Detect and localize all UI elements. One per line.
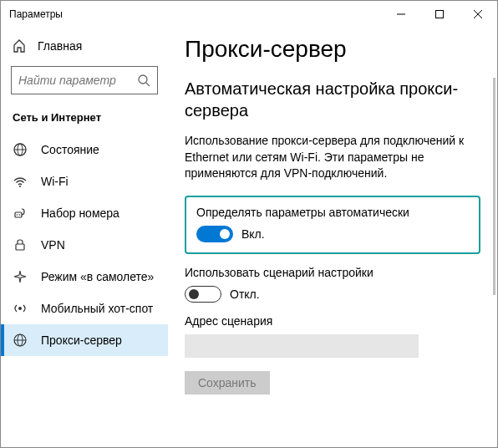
page-title: Прокси-сервер [185, 36, 480, 63]
search-icon [137, 74, 150, 87]
airplane-icon [13, 269, 28, 284]
status-icon [13, 142, 28, 157]
sidebar: Главная Сеть и Интернет Состояние [1, 28, 168, 447]
svg-rect-10 [15, 212, 22, 217]
sidebar-section-title: Сеть и Интернет [1, 104, 168, 134]
vpn-icon [13, 237, 28, 252]
auto-detect-toggle[interactable] [196, 226, 233, 242]
hotspot-icon [13, 301, 28, 316]
home-icon [13, 39, 26, 53]
sidebar-item-vpn[interactable]: VPN [1, 229, 168, 261]
sidebar-item-label: Wi-Fi [41, 175, 69, 188]
search-input[interactable] [18, 74, 135, 87]
search-box[interactable] [11, 66, 158, 94]
sidebar-item-label: Прокси-сервер [41, 333, 122, 347]
svg-point-14 [18, 307, 22, 310]
sidebar-item-label: VPN [41, 238, 65, 252]
sidebar-home-label: Главная [38, 39, 82, 53]
svg-point-12 [19, 214, 21, 216]
script-address-label: Адрес сценария [185, 314, 480, 328]
sidebar-item-hotspot[interactable]: Мобильный хот-спот [1, 293, 168, 324]
sidebar-item-dialup[interactable]: Набор номера [1, 197, 168, 229]
sidebar-item-label: Набор номера [41, 206, 119, 220]
scrollbar[interactable] [493, 78, 495, 295]
sidebar-item-status[interactable]: Состояние [1, 134, 168, 165]
sidebar-item-wifi[interactable]: Wi-Fi [1, 165, 168, 197]
sidebar-item-label: Мобильный хот-спот [41, 302, 153, 315]
dialup-icon [13, 206, 28, 221]
use-script-toggle[interactable] [185, 286, 221, 303]
use-script-label: Использовать сценарий настройки [185, 266, 480, 279]
sidebar-item-proxy[interactable]: Прокси-сервер [1, 324, 168, 356]
svg-rect-1 [436, 11, 444, 18]
section-heading: Автоматическая настройка прокси-сервера [185, 78, 480, 121]
wifi-icon [13, 174, 28, 189]
use-script-state: Откл. [230, 288, 260, 301]
save-button[interactable]: Сохранить [185, 371, 270, 395]
sidebar-item-label: Режим «в самолете» [41, 270, 154, 283]
sidebar-item-airplane[interactable]: Режим «в самолете» [1, 261, 168, 293]
section-description: Использование прокси-сервера для подключ… [185, 133, 480, 182]
window-title: Параметры [9, 8, 63, 20]
svg-point-11 [17, 214, 18, 216]
proxy-icon [13, 333, 28, 348]
sidebar-item-label: Состояние [41, 143, 99, 156]
sidebar-home[interactable]: Главная [1, 31, 168, 61]
main-content: Прокси-сервер Автоматическая настройка п… [168, 28, 497, 447]
auto-detect-label: Определять параметры автоматически [196, 206, 469, 219]
close-button[interactable] [459, 1, 497, 28]
minimize-button[interactable] [382, 1, 420, 28]
script-address-input[interactable] [185, 334, 419, 358]
svg-point-9 [19, 186, 21, 187]
auto-detect-highlight: Определять параметры автоматически Вкл. [185, 196, 480, 254]
titlebar: Параметры [1, 1, 497, 28]
svg-rect-13 [16, 244, 24, 250]
window-controls [382, 1, 497, 28]
svg-point-4 [139, 75, 147, 84]
svg-line-5 [146, 83, 150, 86]
auto-detect-state: Вкл. [241, 227, 265, 241]
maximize-button[interactable] [420, 1, 459, 28]
